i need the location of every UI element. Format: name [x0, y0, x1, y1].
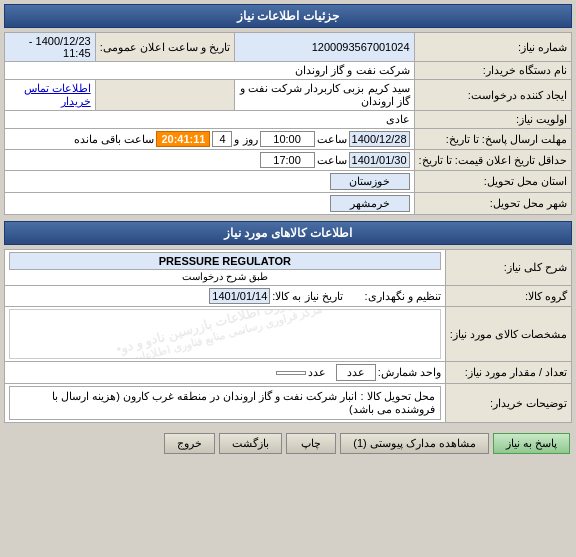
reply-button[interactable]: پاسخ به نیاز [493, 433, 570, 454]
section-header: جزئیات اطلاعات نیاز [4, 4, 572, 28]
specs-value: مرکز فراوری اطلاعات بازرسین نادو و دو• م… [5, 307, 446, 362]
city-text: خرمشهر [330, 195, 410, 212]
table-row: اولویت نیاز: عادی [5, 111, 572, 129]
price-time-label: ساعت [317, 154, 347, 167]
qty-value [276, 371, 306, 375]
province-label: استان محل تحویل: [414, 171, 571, 193]
table-row: حداقل تاریخ اعلان قیمت: تا تاریخ: 1401/0… [5, 150, 572, 171]
wm-text1: مرکز فراوری اطلاعات بازرسین نادو و دو• [14, 309, 433, 359]
priority-text: عادی [386, 113, 410, 125]
table-row: تعداد / مقدار مورد نیاز: واحد شمارش: عدد… [5, 362, 572, 384]
group-date-label: تاریخ نیاز به کالا: [272, 290, 342, 303]
print-button[interactable]: چاپ [286, 433, 336, 454]
customer-label: نام دستگاه خریدار: [414, 62, 571, 80]
customer-text: شرکت نفت و گاز اروندان [295, 64, 409, 76]
goods-section-header: اطلاعات کالاهای مورد نیاز [4, 221, 572, 245]
table-row: شرح کلی نیاز: PRESSURE REGULATOR طبق شرح… [5, 250, 572, 286]
header-title: جزئیات اطلاعات نیاز [237, 9, 339, 23]
date-time-text: 1400/12/23 - 11:45 [29, 35, 91, 59]
table-row: شماره نیاز: 1200093567001024 تاریخ و ساع… [5, 33, 572, 62]
days-label: روز و [234, 133, 257, 146]
send-address-text: سید کریم بزبی کاربردار شرکت نفت و گاز ار… [240, 82, 409, 107]
qty-unit-label: واحد شمارش: [378, 366, 441, 379]
qty-unit-value: عدد [336, 364, 376, 381]
request-number-text: 1200093567001024 [312, 41, 410, 53]
date-time-label: تاریخ و ساعت اعلان عمومی: [95, 33, 234, 62]
contact-info-link[interactable]: اطلاعات تماس خریدار [24, 82, 91, 107]
table-row: گروه کالا: تنظیم و نگهداری: تاریخ نیاز ب… [5, 286, 572, 307]
request-number-value: 1200093567001024 [234, 33, 414, 62]
main-container: جزئیات اطلاعات نیاز شماره نیاز: 12000935… [0, 0, 576, 462]
table-row: استان محل تحویل: خوزستان [5, 171, 572, 193]
countdown-label: ساعت باقی مانده [74, 133, 154, 146]
table-row: مهلت ارسال پاسخ: تا تاریخ: 1400/12/28 سا… [5, 129, 572, 150]
customer-value: شرکت نفت و گاز اروندان [5, 62, 415, 80]
qty-row: واحد شمارش: عدد عدد [5, 362, 446, 384]
price-time-value: 17:00 [260, 152, 315, 168]
date-time-value: 1400/12/23 - 11:45 [5, 33, 96, 62]
price-date-value: 1401/01/30 [349, 152, 410, 168]
qty-label: تعداد / مقدار مورد نیاز: [445, 362, 571, 384]
request-number-label: شماره نیاز: [414, 33, 571, 62]
group-row: تنظیم و نگهداری: تاریخ نیاز به کالا: 140… [5, 286, 446, 307]
specs-label: مشخصات کالای مورد نیاز: [445, 307, 571, 362]
send-time-value: 10:00 [260, 131, 315, 147]
send-address-label: ایجاد کننده درخواست: [414, 80, 571, 111]
province-text: خوزستان [330, 173, 410, 190]
back-button[interactable]: بازگشت [219, 433, 282, 454]
type-value: PRESSURE REGULATOR طبق شرح درخواست [5, 250, 446, 286]
table-row: ایجاد کننده درخواست: سید کریم بزبی کاربر… [5, 80, 572, 111]
watermark-line1: مرکز فراوری اطلاعات بازرسین نادو و دو• م… [14, 309, 436, 359]
price-date-label: حداقل تاریخ اعلان قیمت: تا تاریخ: [414, 150, 571, 171]
table-row: شهر محل تحویل: خرمشهر [5, 193, 572, 215]
table-row: مشخصات کالای مورد نیاز: مرکز فراوری اطلا… [5, 307, 572, 362]
desc-value: محل تحویل کالا : انبار شرکت نفت و گاز ار… [5, 384, 446, 423]
group-value: تنظیم و نگهداری: [365, 290, 441, 303]
price-date-row: 1401/01/30 ساعت 17:00 [5, 150, 415, 171]
type-sub: طبق شرح درخواست [9, 270, 441, 283]
qty-value-label: عدد [308, 366, 326, 379]
group-date-value: 1401/01/14 [209, 288, 270, 304]
exit-button[interactable]: خروج [164, 433, 215, 454]
send-address-value: سید کریم بزبی کاربردار شرکت نفت و گاز ار… [234, 80, 414, 111]
send-date-label: مهلت ارسال پاسخ: تا تاریخ: [414, 129, 571, 150]
goods-table: شرح کلی نیاز: PRESSURE REGULATOR طبق شرح… [4, 249, 572, 423]
send-date-value: 1400/12/28 [349, 131, 410, 147]
days-value: 4 [212, 131, 232, 147]
type-text: PRESSURE REGULATOR [9, 252, 441, 270]
view-docs-button[interactable]: مشاهده مدارک پیوستی (1) [340, 433, 489, 454]
priority-value: عادی [5, 111, 415, 129]
city-label: شهر محل تحویل: [414, 193, 571, 215]
desc-text: محل تحویل کالا : انبار شرکت نفت و گاز ار… [9, 386, 441, 420]
city-value: خرمشهر [5, 193, 415, 215]
goods-title: اطلاعات کالاهای مورد نیاز [224, 226, 352, 240]
send-time-label: ساعت [317, 133, 347, 146]
type-label: شرح کلی نیاز: [445, 250, 571, 286]
province-value: خوزستان [5, 171, 415, 193]
desc-label: توضیحات خریدار: [445, 384, 571, 423]
contact-info-label [95, 80, 234, 111]
info-table: شماره نیاز: 1200093567001024 تاریخ و ساع… [4, 32, 572, 215]
contact-info-cell: اطلاعات تماس خریدار [5, 80, 96, 111]
button-row: پاسخ به نیاز مشاهده مدارک پیوستی (1) چاپ… [4, 429, 572, 458]
group-label: گروه کالا: [445, 286, 571, 307]
send-date-row: 1400/12/28 ساعت 10:00 روز و 4 20:41:11 س… [5, 129, 415, 150]
table-row: توضیحات خریدار: محل تحویل کالا : انبار ش… [5, 384, 572, 423]
priority-label: اولویت نیاز: [414, 111, 571, 129]
wm-text2: مرکز فراوری رسانمی منابع فناوری اطلاعات [18, 309, 436, 359]
table-row: نام دستگاه خریدار: شرکت نفت و گاز اروندا… [5, 62, 572, 80]
countdown-value: 20:41:11 [156, 131, 210, 147]
